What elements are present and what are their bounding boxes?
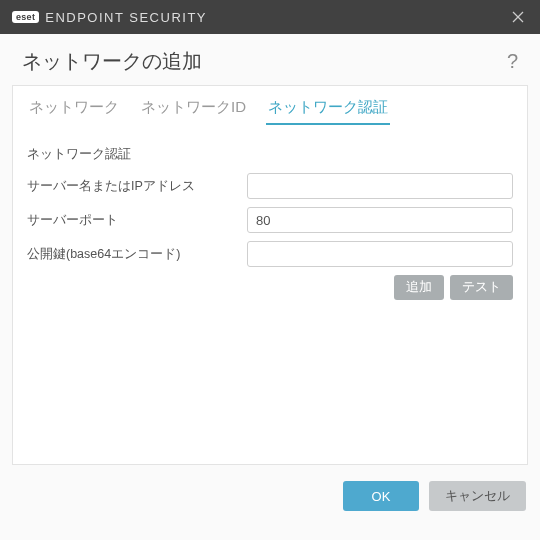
label-pubkey: 公開鍵(base64エンコード) — [27, 246, 247, 263]
brand-text: ENDPOINT SECURITY — [45, 10, 207, 25]
test-button[interactable]: テスト — [450, 275, 513, 300]
help-button[interactable]: ? — [507, 50, 518, 73]
page-title: ネットワークの追加 — [22, 48, 202, 75]
subheader: ネットワークの追加 ? — [0, 34, 540, 85]
inline-button-row: 追加 テスト — [27, 275, 513, 300]
main-panel: ネットワーク ネットワークID ネットワーク認証 ネットワーク認証 サーバー名ま… — [12, 85, 528, 465]
add-button[interactable]: 追加 — [394, 275, 444, 300]
input-server[interactable] — [247, 173, 513, 199]
row-pubkey: 公開鍵(base64エンコード) — [27, 241, 513, 267]
label-server: サーバー名またはIPアドレス — [27, 178, 247, 195]
close-button[interactable] — [508, 7, 528, 27]
ok-button[interactable]: OK — [343, 481, 419, 511]
titlebar: eset ENDPOINT SECURITY — [0, 0, 540, 34]
footer: OK キャンセル — [0, 465, 540, 511]
tab-bar: ネットワーク ネットワークID ネットワーク認証 — [27, 86, 513, 131]
row-server: サーバー名またはIPアドレス — [27, 173, 513, 199]
input-port[interactable] — [247, 207, 513, 233]
section-title: ネットワーク認証 — [27, 145, 513, 163]
label-port: サーバーポート — [27, 212, 247, 229]
row-port: サーバーポート — [27, 207, 513, 233]
cancel-button[interactable]: キャンセル — [429, 481, 526, 511]
brand-badge: eset — [12, 11, 39, 23]
input-pubkey[interactable] — [247, 241, 513, 267]
tab-network-auth[interactable]: ネットワーク認証 — [266, 96, 390, 125]
tab-network-id[interactable]: ネットワークID — [139, 96, 248, 125]
close-icon — [512, 11, 524, 23]
tab-network[interactable]: ネットワーク — [27, 96, 121, 125]
